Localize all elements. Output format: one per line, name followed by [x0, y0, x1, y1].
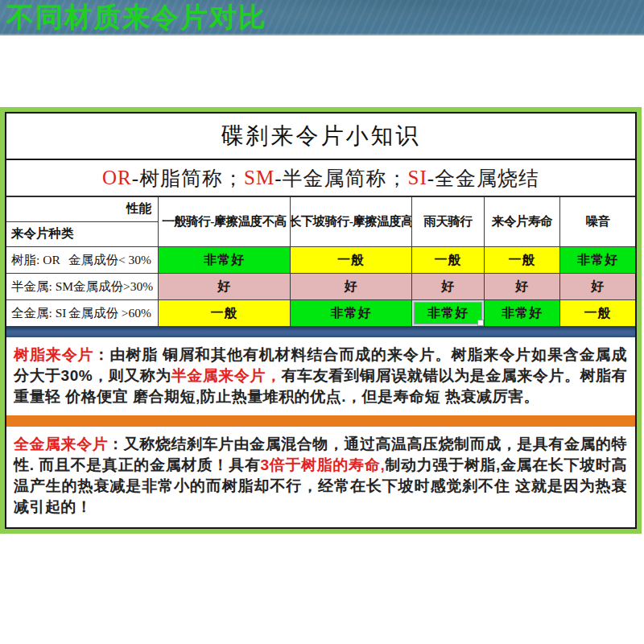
rating-cell: 一般 [560, 300, 635, 327]
rating-cell: 非常好 [291, 300, 412, 327]
rating-cell: 好 [291, 274, 412, 300]
column-header-noise: 噪音 [560, 197, 635, 247]
row-label-resin-composition: 金属成份< 30% [68, 252, 151, 269]
paragraph-fullmetal-lead: 全金属来令片 [14, 436, 108, 452]
paragraph-resin: 树脂来令片：由树脂 铜屑和其他有机材料结合而成的来令片。树脂来令片如果含金属成分… [6, 337, 635, 415]
paragraph-resin-lead: 树脂来令片 [14, 346, 94, 363]
paragraph-resin-highlight: 半金属来令片， [171, 367, 282, 384]
row-label-semimetal-composition: 金属成份>30% [73, 279, 153, 295]
info-card: 碟刹来令片小知识 OR-树脂简称；SM-半金属简称；SI-全金属烧结 性能 来令… [5, 112, 637, 529]
legend-text-resin: -树脂简称； [132, 165, 244, 192]
rating-cell: 好 [485, 274, 560, 300]
legend-code-sm: SM [244, 167, 275, 189]
legend-text-fullmetal: -全金属烧结 [427, 165, 539, 192]
orange-divider-bar [6, 415, 635, 427]
row-label-resin-name: 树脂: OR [11, 252, 60, 269]
rating-cell: 一般 [159, 300, 291, 327]
rating-cell: 非常好 [485, 300, 560, 327]
blue-divider-bar [6, 327, 635, 337]
row-label-semimetal-name: 半金属: SM [11, 279, 73, 295]
column-header-rain-riding: 雨天骑行 [412, 197, 485, 247]
corner-label-performance: 性能 [6, 197, 158, 222]
page-title: 不同材质来令片对比 [0, 0, 644, 34]
comparison-table: 性能 来令片种类 一般骑行-摩擦温度不高 长下坡骑行-摩擦温度高 雨天骑行 来令… [6, 197, 635, 327]
table-corner-cell: 性能 来令片种类 [6, 197, 159, 247]
rating-cell: 好 [159, 274, 291, 300]
rating-cell: 一般 [412, 247, 485, 274]
rating-cell: 一般 [291, 247, 412, 274]
legend-code-si: SI [407, 167, 427, 189]
corner-label-pad-type: 来令片种类 [6, 222, 158, 247]
abbreviation-legend: OR-树脂简称；SM-半金属简称；SI-全金属烧结 [6, 160, 635, 197]
legend-text-semimetal: -半金属简称； [275, 165, 407, 192]
rating-cell: 好 [560, 274, 635, 300]
row-label-semimetal: 半金属: SM 金属成份>30% [6, 274, 159, 300]
row-label-resin: 树脂: OR 金属成份< 30% [6, 247, 159, 274]
rating-cell: 非常好 [159, 247, 291, 274]
rating-cell: 好 [412, 274, 485, 300]
rating-cell: 一般 [485, 247, 560, 274]
top-banner: 不同材质来令片对比 [0, 0, 644, 35]
paragraph-fullmetal-highlight: 3倍于树脂的寿命, [261, 456, 386, 473]
column-header-pad-life: 来令片寿命 [485, 197, 560, 247]
row-label-fullmetal: 全金属: SI 金属成份 >60% [6, 300, 159, 327]
paragraph-fullmetal: 全金属来令片：又称烧结刹车片由金属混合物，通过高温高压烧制而成，是具有金属的特性… [6, 427, 635, 527]
selected-rating-cell: 非常好 [412, 300, 485, 327]
rating-cell: 非常好 [560, 247, 635, 274]
column-header-downhill-riding: 长下坡骑行-摩擦温度高 [291, 197, 412, 247]
row-label-fullmetal-composition: 金属成份 >60% [68, 305, 151, 322]
card-title: 碟刹来令片小知识 [6, 114, 635, 160]
info-card-frame: 碟刹来令片小知识 OR-树脂简称；SM-半金属简称；SI-全金属烧结 性能 来令… [0, 107, 642, 534]
column-header-normal-riding: 一般骑行-摩擦温度不高 [159, 197, 291, 247]
row-label-fullmetal-name: 全金属: SI [11, 305, 66, 322]
legend-code-or: OR [102, 167, 132, 189]
